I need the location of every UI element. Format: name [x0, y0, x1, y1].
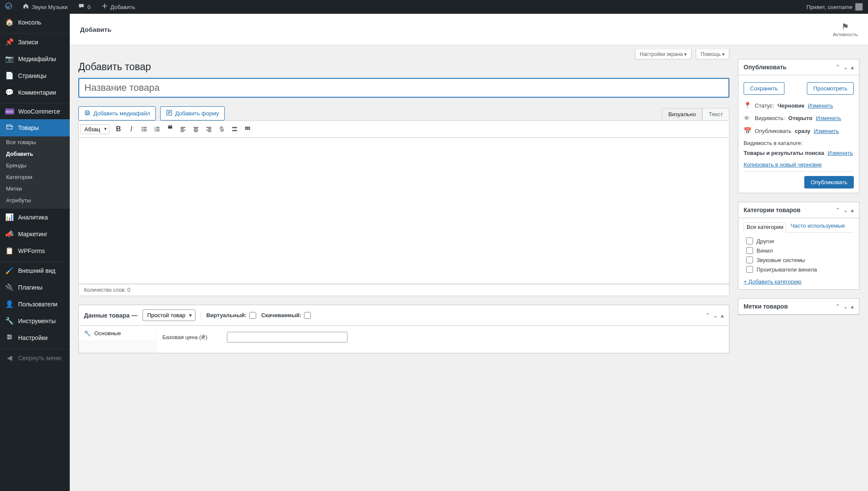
edit-catalog-link[interactable]: Изменить: [828, 150, 853, 156]
sub-attributes[interactable]: Атрибуты: [0, 195, 70, 209]
align-right-button[interactable]: [202, 123, 215, 136]
italic-button[interactable]: I: [125, 123, 138, 136]
collapse-icon[interactable]: ▴: [721, 312, 724, 319]
category-checkbox[interactable]: [746, 247, 753, 254]
user-greeting[interactable]: Привет, username: [801, 0, 868, 14]
copy-draft-link[interactable]: Копировать в новый черновик: [744, 161, 854, 168]
cat-tab-all[interactable]: Все категории: [744, 222, 786, 233]
edit-status-link[interactable]: Изменить: [808, 102, 833, 109]
add-new-link[interactable]: Добавить: [96, 0, 140, 14]
site-link[interactable]: Звуки Музыки: [17, 0, 73, 14]
settings-icon: [5, 334, 14, 342]
sidebar-item-woocommerce[interactable]: woo WooCommerce: [0, 104, 70, 119]
greeting-text: Привет, username: [806, 4, 852, 10]
chevron-down-icon[interactable]: ⌄: [843, 207, 848, 213]
camera-icon: [84, 109, 91, 117]
chevron-up-icon[interactable]: ⌃: [835, 64, 840, 71]
sidebar-item-wpforms[interactable]: 📋 WPForms: [0, 242, 70, 259]
product-type-select[interactable]: Простой товар: [143, 309, 195, 321]
chevron-up-icon[interactable]: ⌃: [835, 303, 840, 310]
ol-button[interactable]: 123: [151, 123, 164, 136]
editor-body[interactable]: [78, 138, 729, 284]
svg-rect-43: [247, 128, 248, 130]
sub-brands[interactable]: Бренды: [0, 160, 70, 171]
product-tab-basic[interactable]: 🔧 Основные: [79, 326, 156, 341]
svg-rect-28: [193, 127, 198, 128]
sub-all-products[interactable]: Все товары: [0, 136, 70, 148]
collapse-icon[interactable]: ▴: [851, 64, 854, 71]
format-select[interactable]: Абзац: [81, 124, 109, 134]
activity-button[interactable]: ⚑ Активность: [833, 22, 858, 37]
collapse-icon: ◀: [5, 354, 14, 362]
sub-add-product[interactable]: Добавить: [0, 148, 70, 160]
add-form-button[interactable]: Добавить форму: [160, 106, 225, 120]
sidebar-item-marketing[interactable]: 📣 Маркетинг: [0, 225, 70, 242]
editor-tab-visual[interactable]: Визуально: [662, 108, 702, 120]
chevron-up-icon[interactable]: ⌃: [705, 312, 710, 319]
bold-button[interactable]: B: [112, 123, 125, 136]
preview-button[interactable]: Просмотреть: [807, 82, 854, 95]
chevron-down-icon[interactable]: ⌄: [713, 312, 718, 319]
readmore-button[interactable]: [228, 123, 241, 136]
publish-button[interactable]: Опубликовать: [804, 176, 854, 188]
sidebar-item-products[interactable]: Товары: [0, 119, 70, 136]
sidebar-item-console[interactable]: 🏠 Консоль: [0, 14, 70, 31]
editor-toolbar: Абзац B I 123 ❝: [78, 120, 729, 138]
svg-rect-21: [156, 129, 160, 130]
sub-tags[interactable]: Метки: [0, 183, 70, 195]
form-icon: 📋: [5, 247, 14, 255]
comment-icon: [78, 3, 85, 11]
sidebar-item-media[interactable]: 📷 Медиафайлы: [0, 50, 70, 67]
screen-options-button[interactable]: Настройки экрана ▾: [635, 49, 692, 59]
product-data-title: Данные товара —: [84, 312, 137, 319]
category-checkbox[interactable]: [746, 238, 753, 244]
comments-link[interactable]: 0: [73, 0, 96, 14]
help-button[interactable]: Помощь ▾: [696, 49, 729, 59]
edit-visibility-link[interactable]: Изменить: [816, 115, 841, 121]
sidebar-item-users[interactable]: 👤 Пользователи: [0, 296, 70, 312]
sub-categories[interactable]: Категории: [0, 171, 70, 183]
category-checkbox[interactable]: [746, 256, 753, 263]
base-price-input[interactable]: [227, 332, 347, 343]
megaphone-icon: 📣: [5, 230, 14, 238]
downloadable-checkbox-label[interactable]: Скачиваемый:: [261, 312, 311, 319]
svg-rect-37: [232, 129, 237, 129]
sidebar-item-analytics[interactable]: 📊 Аналитика: [0, 209, 70, 225]
collapse-icon[interactable]: ▴: [851, 207, 854, 213]
category-checkbox[interactable]: [746, 266, 753, 273]
sidebar-item-comments[interactable]: 💬 Комментарии: [0, 84, 70, 101]
edit-publish-date-link[interactable]: Изменить: [814, 128, 839, 134]
downloadable-checkbox[interactable]: [304, 312, 311, 319]
virtual-checkbox[interactable]: [249, 312, 256, 319]
align-center-button[interactable]: [189, 123, 202, 136]
chevron-down-icon[interactable]: ⌄: [843, 64, 848, 71]
ul-button[interactable]: [138, 123, 151, 136]
chevron-down-icon[interactable]: ⌄: [843, 303, 848, 310]
sidebar-item-posts[interactable]: 📌 Записи: [0, 34, 70, 50]
sidebar-item-pages[interactable]: 📄 Страницы: [0, 67, 70, 84]
plus-icon: [101, 3, 108, 11]
svg-rect-26: [180, 130, 185, 131]
add-category-link[interactable]: + Добавить категорию: [744, 278, 854, 285]
sidebar-collapse[interactable]: ◀ Свернуть меню: [0, 349, 70, 366]
svg-point-16: [142, 130, 143, 131]
publish-title: Опубликовать: [744, 64, 835, 71]
sidebar-item-settings[interactable]: Настройки: [0, 329, 70, 346]
quote-button[interactable]: ❝: [164, 123, 177, 136]
sidebar-item-plugins[interactable]: 🔌 Плагины: [0, 279, 70, 296]
link-button[interactable]: [215, 123, 228, 136]
align-left-button[interactable]: [177, 123, 189, 136]
virtual-checkbox-label[interactable]: Виртуальный:: [206, 312, 256, 319]
chevron-up-icon[interactable]: ⌃: [835, 207, 840, 213]
wp-logo[interactable]: [0, 0, 17, 14]
save-draft-button[interactable]: Сохранить: [744, 82, 784, 95]
editor-tab-text[interactable]: Текст: [702, 108, 729, 120]
add-media-button[interactable]: Добавить медиафайл: [78, 106, 156, 120]
sidebar-item-appearance[interactable]: 🖌️ Внешний вид: [0, 262, 70, 279]
sidebar-item-tools[interactable]: 🔧 Инструменты: [0, 312, 70, 329]
product-title-input[interactable]: [78, 78, 729, 98]
dashboard-icon: 🏠: [5, 18, 14, 26]
toolbar-toggle-button[interactable]: [241, 123, 254, 136]
cat-tab-frequent[interactable]: Часто используемые: [790, 222, 845, 229]
collapse-icon[interactable]: ▴: [851, 303, 854, 310]
